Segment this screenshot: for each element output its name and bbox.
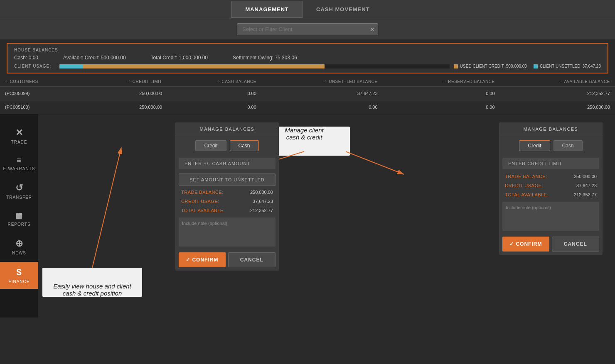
tab-management[interactable]: MANAGEMENT [231, 1, 303, 18]
col-customers[interactable]: ≑ CUSTOMERS [0, 77, 82, 87]
annotation-bg-left [42, 268, 142, 297]
finance-icon: $ [16, 267, 22, 278]
left-cancel-button[interactable]: CANCEL [228, 252, 276, 267]
enter-credit-label: ENTER CREDIT LIMIT [502, 158, 599, 169]
used-credit-legend-value: 500,000.00 [506, 64, 527, 68]
right-total-available-row: TOTAL AVAILABLE: 212,352.77 [499, 190, 603, 199]
cash-balance: Cash: 0.00 [14, 55, 38, 61]
unsettled-legend-label: CLIENT UNSETTLED [540, 64, 581, 68]
usage-bar-orange [59, 64, 325, 68]
right-cancel-button[interactable]: CANCEL [552, 237, 600, 252]
right-trade-balance-value: 250,000.00 [574, 174, 597, 179]
set-amount-btn[interactable]: SET AMOUNT TO UNSETTLED [179, 173, 276, 186]
col-cash-balance[interactable]: ≑ CASH BALANCE [167, 77, 261, 87]
sidebar-item-ewarrants[interactable]: ≡ E-WARRANTS [0, 151, 38, 176]
left-panel-title: MANAGE BALANCES [175, 122, 279, 136]
right-manage-panel: MANAGE BALANCES Credit Cash ENTER CREDIT… [499, 122, 603, 255]
unsettled-legend-value: 37,647.23 [583, 64, 601, 68]
left-confirm-button[interactable]: ✓ CONFIRM [179, 252, 226, 267]
customer-id-2: (PC005100) [0, 100, 82, 114]
ewarrants-icon: ≡ [17, 156, 22, 165]
customer-id-1: (PC005099) [0, 87, 82, 100]
sidebar-item-transfer[interactable]: ↺ TRANSFER [0, 178, 38, 205]
balances-table: ≑ CUSTOMERS ≑ CREDIT LIMIT ≑ CASH BALANC… [0, 77, 615, 114]
cash-balance-1: 0.00 [167, 87, 261, 100]
right-panel-title: MANAGE BALANCES [499, 122, 603, 136]
client-usage-row: CLIENT USAGE: USED CLIENT CREDIT 500,000… [14, 64, 601, 68]
legend-used-credit: USED CLIENT CREDIT 500,000.00 [454, 64, 527, 68]
usage-bar-blue [59, 64, 83, 68]
right-panel-tabs: Credit Cash [499, 136, 603, 155]
news-label: NEWS [12, 251, 26, 255]
lower-area: ✕ TRADE ≡ E-WARRANTS ↺ TRANSFER ▦ REPORT… [0, 114, 615, 318]
right-trade-balance-label: TRADE BALANCE: [505, 174, 547, 179]
ewarrants-label: E-WARRANTS [3, 166, 35, 171]
left-panel-tabs: Credit Cash [175, 136, 279, 155]
finance-label: FINANCE [9, 279, 30, 284]
right-credit-usage-label: CREDIT USAGE: [505, 183, 543, 188]
client-usage-label: CLIENT USAGE: [14, 64, 51, 68]
col-unsettled[interactable]: ≑ UNSETTLED BALANCE [261, 77, 383, 87]
reserved-2: 0.00 [383, 100, 500, 114]
right-panel-note[interactable]: Include note (optional) [502, 202, 599, 231]
left-panel-note[interactable]: Include note (optional) [179, 217, 276, 247]
credit-limit-2: 250,000.00 [82, 100, 167, 114]
right-credit-usage-row: CREDIT USAGE: 37,647.23 [499, 181, 603, 190]
table-row[interactable]: (PC005100) 250,000.00 0.00 0.00 0.00 250… [0, 100, 615, 114]
left-panel-footer: ✓ CONFIRM CANCEL [175, 249, 279, 271]
table-row[interactable]: (PC005099) 250,000.00 0.00 -37,647.23 0.… [0, 87, 615, 100]
left-note-placeholder: Include note (optional) [182, 221, 227, 226]
col-available[interactable]: ≑ AVAILABLE BALANCE [500, 77, 615, 87]
main-content: Easily view house and clientcash & credi… [38, 114, 615, 318]
available-1: 212,352.77 [500, 87, 615, 100]
col-credit-limit[interactable]: ≑ CREDIT LIMIT [82, 77, 167, 87]
search-input-wrap: ✕ [237, 23, 378, 35]
left-trade-balance-row: TRADE BALANCE: 250,000.00 [175, 188, 279, 197]
left-manage-panel: MANAGE BALANCES Credit Cash ENTER +/- CA… [175, 122, 279, 271]
sidebar-item-reports[interactable]: ▦ REPORTS [0, 206, 38, 232]
set-amount-btn-row: SET AMOUNT TO UNSETTLED [175, 172, 279, 188]
search-input[interactable] [237, 23, 378, 35]
left-trade-balance-label: TRADE BALANCE: [181, 190, 224, 195]
right-panel-footer: ✓ CONFIRM CANCEL [499, 233, 603, 255]
left-trade-balance-value: 250,000.00 [250, 190, 273, 195]
left-total-available-row: TOTAL AVAILABLE: 212,352.77 [175, 206, 279, 215]
reports-icon: ▦ [15, 211, 23, 220]
search-clear-icon[interactable]: ✕ [370, 26, 375, 33]
legend-orange-dot [454, 64, 458, 68]
available-credit: Available Credit: 500,000.00 [63, 55, 126, 61]
svg-line-4 [92, 147, 121, 268]
usage-bar [59, 64, 450, 68]
right-confirm-button[interactable]: ✓ CONFIRM [502, 237, 549, 252]
panels-container: MANAGE BALANCES Credit Cash ENTER +/- CA… [163, 114, 615, 318]
right-tab-cash[interactable]: Cash [554, 140, 583, 151]
left-credit-usage-label: CREDIT USAGE: [181, 199, 219, 204]
right-tab-credit[interactable]: Credit [519, 140, 550, 151]
used-credit-legend-label: USED CLIENT CREDIT [460, 64, 504, 68]
total-credit: Total Credit: 1,000,000.00 [151, 55, 208, 61]
usage-legend: USED CLIENT CREDIT 500,000.00 CLIENT UNS… [454, 64, 601, 68]
left-tab-credit[interactable]: Credit [195, 140, 226, 151]
top-tab-bar: MANAGEMENT CASH MOVEMENT [0, 0, 615, 19]
unsettled-2: 0.00 [261, 100, 383, 114]
sidebar-item-trade[interactable]: ✕ TRADE [0, 122, 38, 149]
reserved-1: 0.00 [383, 87, 500, 100]
right-trade-balance-row: TRADE BALANCE: 250,000.00 [499, 172, 603, 181]
balance-figures-row: Cash: 0.00 Available Credit: 500,000.00 … [14, 55, 601, 61]
sidebar: ✕ TRADE ≡ E-WARRANTS ↺ TRANSFER ▦ REPORT… [0, 114, 38, 318]
left-tab-cash[interactable]: Cash [230, 140, 259, 151]
sidebar-item-finance[interactable]: $ FINANCE [0, 262, 38, 289]
tab-cash-movement[interactable]: CASH MOVEMENT [303, 1, 384, 18]
right-note-placeholder: Include note (optional) [506, 205, 551, 210]
sidebar-item-news[interactable]: ⊕ NEWS [0, 233, 38, 260]
legend-blue-dot [534, 64, 538, 68]
cash-balance-2: 0.00 [167, 100, 261, 114]
house-balances-title: HOUSE BALANCES [14, 48, 601, 52]
unsettled-1: -37,647.23 [261, 87, 383, 100]
news-icon: ⊕ [15, 238, 23, 249]
house-balances-section: HOUSE BALANCES Cash: 0.00 Available Cred… [7, 43, 608, 73]
left-credit-usage-value: 37,647.23 [253, 199, 273, 204]
right-credit-usage-value: 37,647.23 [576, 183, 597, 188]
col-reserved[interactable]: ≑ RESERVED BALANCE [383, 77, 500, 87]
left-total-available-value: 212,352.77 [250, 208, 273, 213]
